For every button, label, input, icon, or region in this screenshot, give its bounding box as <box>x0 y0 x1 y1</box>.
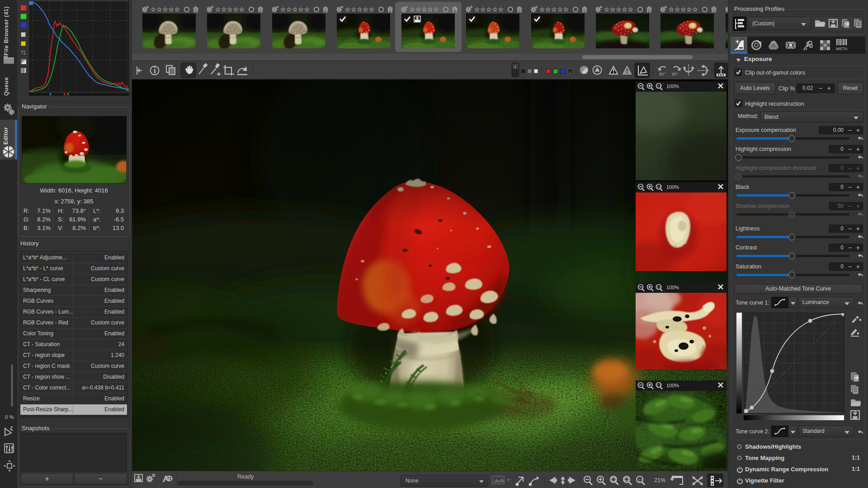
svg-text:21%: 21% <box>654 477 665 483</box>
svg-text:META: META <box>836 46 848 51</box>
svg-text:T: T <box>514 65 516 69</box>
svg-text:1:1: 1:1 <box>638 478 643 483</box>
svg-text:1:1: 1:1 <box>657 84 661 88</box>
svg-text:L: L <box>569 70 571 74</box>
svg-text:100%: 100% <box>666 84 679 89</box>
svg-text:1:1: 1:1 <box>657 185 661 188</box>
svg-text:100%: 100% <box>666 285 679 290</box>
svg-text:100%: 100% <box>666 383 679 388</box>
svg-text:90°: 90° <box>672 72 678 76</box>
svg-text:100%: 100% <box>666 184 679 190</box>
svg-text:Ready: Ready <box>237 474 254 480</box>
svg-text:1:1: 1:1 <box>657 384 661 387</box>
svg-text:1:1: 1:1 <box>657 286 661 289</box>
svg-text:90°: 90° <box>659 72 665 76</box>
